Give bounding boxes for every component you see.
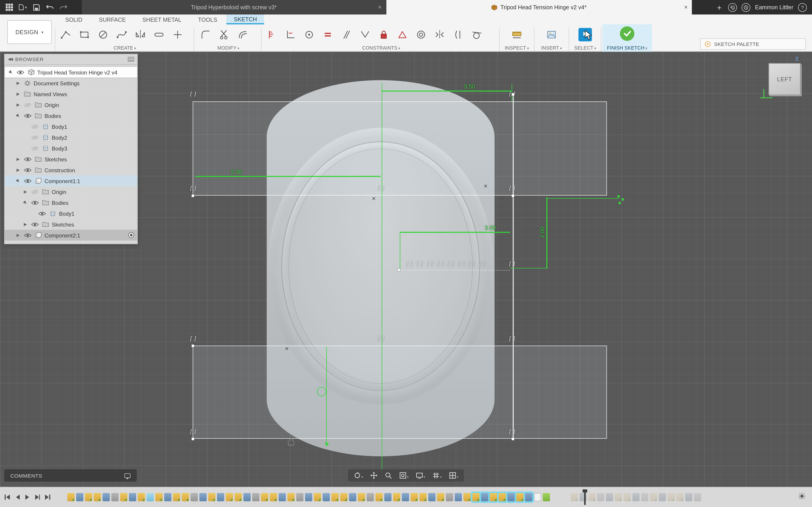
browser-item-bodies[interactable]: ▶Bodies: [5, 110, 137, 121]
curvature-constraint[interactable]: [451, 27, 466, 43]
timeline-settings-gear-icon[interactable]: [798, 492, 806, 502]
browser-item-label[interactable]: Sketches: [45, 156, 67, 162]
visibility-eye-icon[interactable]: [23, 178, 32, 183]
sketch-feature[interactable]: [94, 493, 101, 501]
constraint-glyph[interactable]: [509, 429, 517, 435]
zoom-icon[interactable]: [385, 472, 392, 479]
browser-item-sketches[interactable]: ▶Sketches: [5, 219, 137, 230]
notifications-icon[interactable]: [742, 3, 750, 12]
collapsed-arrow-icon[interactable]: ▶: [15, 92, 21, 97]
sketch-feature[interactable]: [571, 493, 578, 501]
tab-sheet-metal[interactable]: SHEET METAL: [135, 14, 189, 24]
point-tool[interactable]: [170, 27, 186, 43]
equal-constraint[interactable]: [320, 27, 336, 43]
select-tool[interactable]: [578, 28, 592, 41]
expanded-arrow-icon[interactable]: ▶: [7, 68, 15, 76]
offset-tool[interactable]: [235, 27, 251, 43]
extrude-feature[interactable]: [659, 493, 666, 501]
sketch-feature[interactable]: [138, 493, 145, 501]
sketch-feature[interactable]: [676, 493, 683, 501]
extrude-feature[interactable]: [305, 493, 312, 501]
joint-feature[interactable]: [641, 493, 648, 501]
sketch-rectangle-bottom[interactable]: [193, 346, 607, 439]
sketch-feature[interactable]: [173, 493, 180, 501]
sketch-feature[interactable]: [411, 493, 418, 501]
browser-item-label[interactable]: Origin: [45, 102, 59, 108]
extrude-feature[interactable]: [279, 493, 286, 501]
joint-feature[interactable]: [111, 493, 118, 501]
file-menu-icon[interactable]: [18, 3, 27, 11]
dimension-value-right[interactable]: 2.00: [539, 227, 545, 238]
extrude-feature[interactable]: [129, 493, 136, 501]
construction-line-bottom[interactable]: [326, 346, 327, 444]
constraint-glyph[interactable]: [416, 261, 425, 267]
document-tab-inactive[interactable]: Tripod Hyperboloid with screw v3*: [82, 0, 386, 14]
browser-item-label[interactable]: Tripod Head Tension Hinge v2 v4: [37, 69, 117, 75]
tangent-constraint[interactable]: [469, 27, 485, 43]
joint-feature[interactable]: [367, 493, 374, 501]
rectangle-tool[interactable]: [77, 27, 92, 43]
fillet-tool[interactable]: [198, 27, 213, 43]
sketch-feature[interactable]: [615, 493, 622, 501]
sketch-feature[interactable]: [393, 493, 400, 501]
browser-item-bodies[interactable]: ▶Bodies: [5, 197, 137, 208]
browser-item-body2[interactable]: Body2: [5, 132, 137, 143]
help-icon[interactable]: [798, 3, 807, 12]
joint-feature[interactable]: [191, 493, 198, 501]
visibility-eye-icon[interactable]: [23, 102, 32, 107]
constraint-glyph[interactable]: [406, 261, 414, 267]
extrude-feature[interactable]: [243, 493, 251, 501]
sketch-feature[interactable]: [490, 493, 497, 501]
browser-item-body1[interactable]: Body1: [5, 121, 137, 132]
measure-tool[interactable]: [509, 27, 525, 43]
extrude-feature[interactable]: [685, 493, 692, 501]
constraint-glyph[interactable]: [448, 261, 456, 267]
trim-tool[interactable]: [216, 27, 232, 43]
extrude-feature[interactable]: [507, 493, 515, 501]
document-tab-active[interactable]: Tripod Head Tension Hinge v2 v4*: [386, 0, 692, 14]
browser-item-label[interactable]: Construction: [45, 167, 75, 173]
sketch-feature[interactable]: [314, 493, 321, 501]
browser-item-component1-1[interactable]: ▶Component1:1: [5, 175, 137, 186]
extrude-feature[interactable]: [455, 493, 462, 501]
browser-item-tripod-head-tension-hinge-v2-v4[interactable]: ▶Tripod Head Tension Hinge v2 v4: [5, 67, 137, 78]
extrude-feature[interactable]: [525, 493, 532, 501]
sketch-feature[interactable]: [375, 493, 383, 501]
sketch-feature[interactable]: [589, 493, 596, 501]
sketch-handle[interactable]: [512, 194, 514, 197]
parallel-constraint[interactable]: [339, 27, 354, 43]
dimension-line-right[interactable]: [546, 197, 547, 268]
play-button[interactable]: [25, 494, 30, 500]
inspect-group-label[interactable]: INSPECT: [500, 45, 533, 51]
spline-tool[interactable]: [114, 27, 130, 43]
extrude-feature[interactable]: [402, 493, 409, 501]
sketch-point[interactable]: [617, 195, 620, 198]
sketch-feature[interactable]: [182, 493, 189, 501]
tab-surface[interactable]: SURFACE: [92, 14, 133, 24]
sketch-feature[interactable]: [623, 493, 631, 501]
comments-bar[interactable]: COMMENTS: [4, 469, 137, 482]
browser-menu-icon[interactable]: [128, 57, 134, 62]
browser-item-sketches[interactable]: ▶Sketches: [5, 154, 137, 165]
browser-item-label[interactable]: Sketches: [52, 221, 74, 227]
browser-item-label[interactable]: Document Settings: [34, 80, 80, 86]
tab-sketch[interactable]: SKETCH: [226, 14, 264, 24]
sketch-handle[interactable]: [512, 93, 514, 96]
extrude-feature[interactable]: [199, 493, 207, 501]
sketch-handle[interactable]: [192, 438, 194, 440]
activate-component-radio[interactable]: [129, 232, 134, 238]
sketch-point[interactable]: [398, 269, 400, 271]
sketch-feature[interactable]: [67, 493, 74, 501]
sketch-feature[interactable]: [288, 493, 295, 501]
browser-item-named-views[interactable]: ▶Named Views: [5, 89, 137, 99]
joint-feature[interactable]: [296, 493, 303, 501]
grid-settings-icon[interactable]: [432, 471, 442, 480]
collapsed-arrow-icon[interactable]: ▶: [15, 157, 21, 162]
sketch-feature[interactable]: [464, 493, 471, 501]
model-viewport[interactable]: 3.50 5.00 3.00 2.00: [0, 52, 812, 487]
sketch-feature[interactable]: [419, 493, 426, 501]
user-name[interactable]: Eammon Littler: [755, 4, 794, 10]
sketch-feature[interactable]: [667, 493, 675, 501]
timeline-position-marker[interactable]: [584, 489, 586, 505]
constraint-glyph[interactable]: [190, 336, 198, 342]
